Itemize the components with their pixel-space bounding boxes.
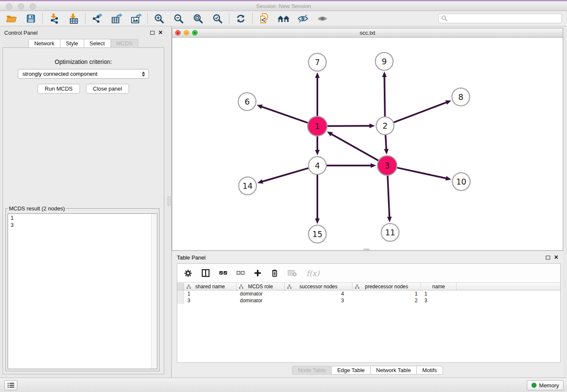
close-table-panel-icon[interactable]: × — [554, 255, 558, 259]
graph-arrowhead-icon — [257, 105, 263, 109]
import-network-button[interactable] — [48, 13, 61, 25]
graph-arrowhead-icon — [387, 217, 392, 222]
table-cell[interactable]: 1 — [184, 290, 237, 297]
column-header-successor-nodes[interactable]: successor nodes — [285, 283, 352, 290]
float-table-panel-icon[interactable] — [546, 256, 550, 259]
memory-label: Memory — [539, 382, 559, 389]
columns-icon — [201, 269, 210, 277]
tab-mcds[interactable]: MCDS — [111, 39, 138, 48]
graph-edge-2-3[interactable] — [385, 135, 386, 150]
table-cell[interactable]: 1 — [352, 290, 421, 297]
table-cell[interactable]: dominator — [237, 290, 285, 297]
network-graph[interactable]: 7968124314101511 — [172, 38, 563, 250]
eye-icon — [317, 14, 328, 24]
table-tab-motifs[interactable]: Motifs — [417, 366, 443, 375]
mcds-tab-content: Optimization criterion: strongly connect… — [3, 47, 164, 374]
table-row[interactable]: 3dominator323 — [184, 297, 560, 304]
canvas-resize-handle[interactable] — [363, 248, 369, 250]
close-panel-icon[interactable]: × — [159, 30, 162, 35]
open-file-button[interactable] — [5, 13, 18, 25]
deselect-all-columns-button[interactable] — [237, 271, 245, 276]
table-row[interactable]: 1dominator411 — [184, 290, 560, 297]
zoom-fit-button[interactable] — [192, 13, 204, 25]
table-tab-node-table[interactable]: Node Table — [292, 366, 332, 375]
graph-edge-3-11[interactable] — [388, 176, 389, 218]
column-header-mcds-role[interactable]: MCDS role — [237, 283, 285, 290]
delete-column-button[interactable] — [271, 269, 278, 277]
graph-node-label: 1 — [315, 121, 320, 131]
graph-node-label: 10 — [456, 177, 466, 186]
criterion-select[interactable]: strongly connected component — [18, 69, 149, 79]
show-columns-button[interactable] — [201, 269, 210, 277]
tab-style[interactable]: Style — [61, 39, 84, 48]
export-image-button[interactable] — [129, 13, 142, 25]
float-panel-icon[interactable] — [150, 31, 154, 35]
network-canvas[interactable]: 7968124314101511 — [172, 38, 563, 250]
control-panel-tabs: NetworkStyleSelectMCDS — [28, 39, 138, 48]
graph-arrowhead-icon — [445, 100, 451, 105]
search-icon — [441, 15, 448, 22]
table-settings-button[interactable] — [184, 269, 192, 277]
close-panel-button[interactable]: Close panel — [86, 84, 129, 94]
table-cell[interactable]: 3 — [285, 297, 352, 304]
zoom-selected-button[interactable] — [211, 13, 224, 25]
export-network-button[interactable] — [91, 13, 103, 25]
network-window-titlebar[interactable]: × − + scc.txt — [172, 28, 563, 38]
clone-network-button[interactable] — [258, 13, 270, 25]
graph-edge-2-9[interactable] — [384, 76, 385, 116]
table-cell[interactable]: 3 — [184, 297, 237, 304]
export-image-icon — [130, 13, 142, 24]
graph-edge-3-10[interactable] — [397, 168, 446, 178]
search-input[interactable] — [448, 15, 559, 22]
mcds-result-list: 13 — [8, 213, 157, 369]
toolbar-separator — [42, 13, 43, 24]
search-field[interactable] — [438, 14, 562, 23]
tab-network[interactable]: Network — [28, 39, 61, 48]
table-toolbar: f(x) — [177, 264, 560, 282]
column-header-name[interactable]: name — [421, 283, 457, 290]
save-session-button[interactable] — [25, 13, 37, 25]
zoom-out-button[interactable] — [172, 13, 185, 25]
zoom-in-button[interactable] — [153, 13, 165, 25]
graph-edge-1-2[interactable] — [328, 126, 370, 126]
column-header-shared-name[interactable]: shared name — [184, 283, 237, 290]
create-column-button[interactable] — [254, 269, 261, 277]
function-builder-button[interactable]: f(x) — [306, 269, 319, 278]
table-cell[interactable]: 2 — [352, 297, 421, 304]
table-tab-edge-table[interactable]: Edge Table — [332, 366, 371, 375]
delete-table-button[interactable] — [288, 270, 297, 276]
select-all-columns-button[interactable] — [219, 271, 227, 276]
graph-edge-1-6[interactable] — [261, 107, 308, 123]
table-cell[interactable]: 1 — [421, 290, 457, 297]
result-scrollbar[interactable] — [151, 214, 157, 369]
run-mcds-button[interactable]: Run MCDS — [38, 84, 80, 94]
column-header-predecessor-nodes[interactable]: predecessor nodes — [352, 283, 421, 290]
optimization-criterion-label: Optimization criterion: — [3, 58, 164, 65]
graph-edge-2-8[interactable] — [394, 102, 447, 122]
task-history-button[interactable] — [4, 380, 17, 390]
show-details-button[interactable] — [316, 13, 329, 25]
control-panel-title: Control Panel — [4, 30, 38, 36]
splitter-handle-icon[interactable] — [168, 196, 171, 206]
table-cell[interactable]: dominator — [237, 297, 285, 304]
tab-select[interactable]: Select — [84, 39, 111, 48]
graph-edge-4-14[interactable] — [262, 168, 308, 182]
export-table-button[interactable] — [110, 13, 123, 25]
graph-edge-3-1[interactable] — [331, 134, 378, 160]
import-table-button[interactable] — [67, 13, 80, 25]
table-cell[interactable]: 4 — [285, 290, 352, 297]
refresh-layout-button[interactable] — [234, 13, 247, 25]
memory-status-icon — [531, 383, 537, 388]
toolbar-separator — [252, 13, 253, 24]
toolbar-separator — [229, 13, 229, 24]
memory-button[interactable]: Memory — [527, 380, 564, 390]
table-tab-network-table[interactable]: Network Table — [371, 366, 417, 375]
graph-arrowhead-icon — [446, 176, 451, 181]
graph-node-label: 3 — [385, 161, 390, 170]
homes-button[interactable] — [277, 13, 290, 25]
hide-details-button[interactable] — [297, 13, 309, 25]
panel-splitter[interactable] — [167, 26, 172, 378]
refresh-icon — [236, 14, 246, 24]
graph-arrowhead-icon — [315, 72, 320, 78]
table-cell[interactable]: 3 — [421, 297, 457, 304]
